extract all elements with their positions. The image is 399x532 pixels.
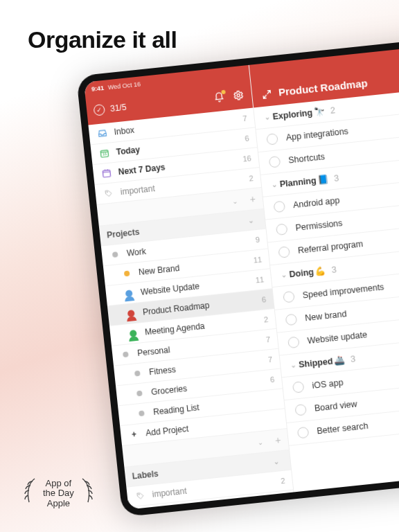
svg-text:16: 16	[103, 152, 107, 157]
chevron-down-icon[interactable]: ⌄	[264, 113, 270, 121]
calendar-icon	[100, 168, 113, 179]
section-label: Exploring	[272, 107, 313, 121]
section-count: 2	[330, 105, 335, 116]
badge-line1: App of	[43, 479, 74, 488]
notifications-icon[interactable]	[212, 91, 226, 105]
project-count: 9	[255, 236, 260, 245]
project-count: 11	[255, 275, 264, 284]
nav-count: 16	[242, 154, 251, 163]
project-count: 7	[266, 335, 271, 344]
svg-point-5	[139, 494, 140, 495]
project-count: 7	[268, 355, 273, 364]
device: 9:41 Wed Oct 16 ✓ 31/5	[76, 30, 399, 517]
chevron-down-icon[interactable]: ⌄	[248, 216, 254, 224]
tag-icon	[134, 491, 147, 501]
main-title: Product Roadmap	[278, 66, 399, 98]
svg-point-4	[107, 191, 108, 193]
task-checkbox[interactable]	[283, 291, 295, 303]
muscle-icon: 💪	[314, 265, 326, 277]
chevron-down-icon[interactable]: ⌄	[290, 361, 296, 369]
today-icon: 16	[98, 148, 111, 159]
app-of-the-day-badge: App of the Day Apple	[21, 476, 96, 511]
ship-icon: 🚢	[334, 355, 346, 366]
nav-count: 7	[242, 114, 247, 123]
tag-icon	[102, 188, 115, 198]
settings-icon[interactable]	[231, 89, 245, 103]
label-count: 2	[281, 477, 285, 486]
nav-count: 6	[245, 134, 249, 143]
section-label: Planning	[279, 175, 317, 188]
headline: Organize it all	[28, 26, 177, 53]
status-time: 9:41	[91, 85, 105, 93]
nav-count: 2	[249, 174, 254, 183]
laurel-right-icon	[77, 476, 96, 511]
project-count: 2	[263, 315, 268, 324]
person-icon	[125, 310, 138, 318]
person-icon	[123, 290, 136, 298]
project-count: 6	[261, 295, 266, 304]
task-checkbox[interactable]	[266, 133, 278, 145]
task-checkbox[interactable]	[297, 427, 310, 439]
plus-icon: +	[127, 429, 141, 440]
productivity-score[interactable]: 31/5	[109, 103, 127, 114]
dot-icon	[119, 351, 132, 358]
task-checkbox[interactable]	[285, 314, 298, 326]
project-count: 11	[253, 255, 262, 264]
task-checkbox[interactable]	[274, 201, 286, 213]
task-checkbox[interactable]	[278, 246, 290, 258]
section-count: 3	[350, 354, 355, 364]
chevron-down-icon[interactable]: ⌄	[257, 438, 263, 446]
task-checkbox[interactable]	[276, 223, 288, 236]
productivity-icon[interactable]: ✓	[93, 104, 105, 116]
svg-point-0	[237, 94, 240, 96]
task-checkbox[interactable]	[294, 404, 307, 416]
status-date: Wed Oct 16	[107, 80, 141, 91]
add-icon[interactable]: +	[249, 193, 256, 205]
chevron-down-icon[interactable]: ⌄	[273, 457, 279, 466]
inbox-icon	[96, 128, 109, 139]
badge-line2: the Day	[43, 488, 74, 498]
chevron-down-icon[interactable]: ⌄	[231, 197, 238, 205]
task-checkbox[interactable]	[292, 381, 305, 393]
task-checkbox[interactable]	[269, 156, 281, 168]
dot-icon	[121, 270, 134, 277]
svg-rect-3	[103, 170, 110, 177]
dot-icon	[133, 390, 146, 397]
dot-icon	[131, 370, 144, 377]
dot-icon	[135, 410, 148, 417]
dot-icon	[109, 251, 122, 258]
section-label: Doing	[289, 267, 314, 279]
section-count: 3	[331, 265, 337, 275]
task-checkbox[interactable]	[287, 337, 300, 349]
badge-line3: Apple	[47, 498, 70, 508]
book-icon: 📘	[317, 174, 329, 186]
chevron-down-icon[interactable]: ⌄	[271, 181, 277, 189]
section-label: Shipped	[299, 356, 334, 369]
chevron-down-icon[interactable]: ⌄	[281, 271, 287, 279]
person-icon	[127, 330, 140, 338]
add-icon[interactable]: +	[275, 434, 282, 446]
expand-icon[interactable]	[262, 89, 272, 100]
section-count: 3	[333, 173, 339, 184]
app-screen: 9:41 Wed Oct 16 ✓ 31/5	[84, 37, 399, 509]
project-count: 6	[270, 375, 275, 384]
telescope-icon: 🔭	[313, 106, 325, 118]
laurel-left-icon	[21, 476, 40, 511]
